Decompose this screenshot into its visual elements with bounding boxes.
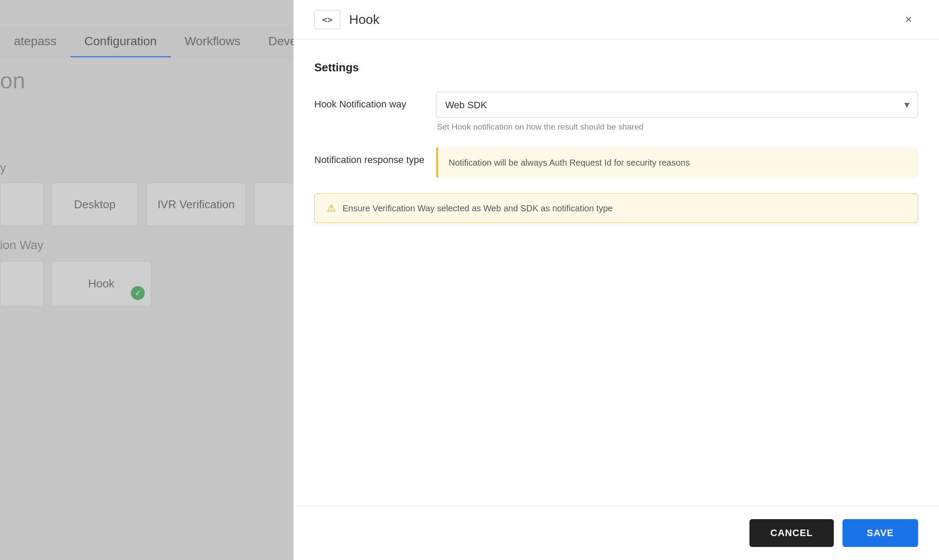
warning-icon: ⚠ bbox=[327, 203, 336, 214]
notification-way-helper: Set Hook notification on how the result … bbox=[436, 122, 918, 132]
overlay-dim bbox=[0, 0, 293, 560]
notification-response-value: Notification will be always Auth Request… bbox=[436, 147, 918, 178]
notification-response-row: Notification response type Notification … bbox=[314, 147, 918, 178]
notification-way-select[interactable]: Web SDK Webhook Push bbox=[436, 92, 918, 118]
notification-way-control: Web SDK Webhook Push ▼ Set Hook notifica… bbox=[436, 92, 918, 132]
notification-way-row: Hook Notification way Web SDK Webhook Pu… bbox=[314, 92, 918, 132]
panel-body: Settings Hook Notification way Web SDK W… bbox=[293, 39, 939, 506]
notification-response-control: Notification will be always Auth Request… bbox=[436, 147, 918, 178]
notification-way-select-wrapper: Web SDK Webhook Push ▼ bbox=[436, 92, 918, 118]
panel-header: <> Hook × bbox=[293, 0, 939, 39]
warning-banner: ⚠ Ensure Verification Way selected as We… bbox=[314, 193, 918, 223]
code-icon: <> bbox=[322, 14, 333, 25]
notification-way-label: Hook Notification way bbox=[314, 92, 436, 111]
panel-header-left: <> Hook bbox=[314, 10, 380, 29]
close-button[interactable]: × bbox=[899, 10, 918, 29]
hook-panel: <> Hook × Settings Hook Notification way… bbox=[293, 0, 939, 560]
settings-title: Settings bbox=[314, 61, 918, 74]
hook-icon-button[interactable]: <> bbox=[314, 10, 340, 29]
warning-text: Ensure Verification Way selected as Web … bbox=[343, 203, 613, 213]
panel-footer: CANCEL SAVE bbox=[293, 506, 939, 560]
save-button[interactable]: SAVE bbox=[842, 519, 918, 547]
cancel-button[interactable]: CANCEL bbox=[749, 519, 834, 547]
notification-response-label: Notification response type bbox=[314, 147, 436, 167]
panel-title: Hook bbox=[349, 12, 380, 27]
